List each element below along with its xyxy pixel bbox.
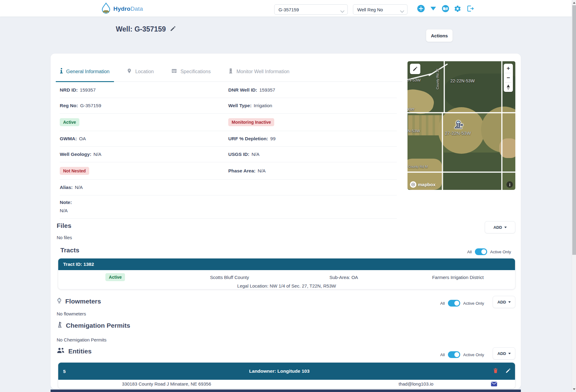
search-field-selector-value: Well Reg No (357, 7, 383, 12)
add-circle-icon[interactable] (417, 5, 425, 13)
entity-detail-row: 330183 County Road J Minatare, NE 69356 … (58, 380, 515, 389)
map-edit-button[interactable] (410, 64, 420, 74)
well-type-value: Irrigation (254, 103, 272, 108)
tract-district: Farmers Irrigation District (401, 275, 515, 280)
tab-label: General Information (66, 69, 109, 74)
top-navbar: HydroData G-357159 Well Reg No (0, 0, 576, 17)
tracts-active-only-toggle[interactable] (475, 248, 487, 255)
tab-bar: General Information Location Specificati… (56, 68, 402, 82)
scrollbar-down-arrow[interactable] (572, 387, 576, 391)
zoom-out-button[interactable]: − (504, 73, 513, 82)
map-field-patch (444, 153, 502, 190)
monitor-well-icon (228, 68, 233, 75)
tract-status-badge: Active (105, 273, 125, 281)
entity-card: 5 Landowner: Longitude 103 330183 County… (58, 362, 515, 389)
mapbox-logo[interactable]: mapbox (410, 181, 436, 188)
entity-title: Landowner: Longitude 103 (66, 368, 493, 374)
edit-well-icon[interactable] (170, 26, 176, 33)
entity-card-header: 5 Landowner: Longitude 103 (58, 363, 515, 380)
dnr-well-id-value: 159357 (259, 87, 275, 93)
field-row: NRD ID:159357 DNR Well ID:159357 (60, 82, 397, 98)
phase-area-value: N/A (258, 168, 266, 174)
phase-area-label: Phase Area: (228, 168, 256, 174)
well-detail-card: General Information Location Specificati… (51, 54, 521, 389)
tab-label: Location (135, 69, 154, 74)
map-label-township: 22-22N-53W (450, 78, 475, 83)
tab-general-information[interactable]: General Information (60, 68, 109, 81)
well-selector[interactable]: G-357159 (274, 4, 348, 15)
sign-out-icon[interactable] (466, 5, 474, 13)
map-info-button[interactable] (506, 181, 513, 188)
well-selector-value: G-357159 (279, 7, 299, 12)
map-road (407, 172, 515, 173)
urf-depletion-value: 99 (270, 136, 275, 141)
files-heading: Files (57, 222, 71, 229)
tract-sub-area: Sub-Area: OA (287, 275, 401, 280)
search-field-selector[interactable]: Well Reg No (353, 4, 407, 15)
well-location-map[interactable]: 22N-53W 22-22N-53W xter 22N-53W 27-22N-5… (407, 61, 515, 190)
globe-icon[interactable] (441, 5, 449, 13)
tab-label: Monitor Well Information (237, 69, 290, 74)
map-label-road: County Rd 22 (436, 69, 439, 89)
hydrodata-drop-icon (101, 2, 111, 16)
well-geology-value: N/A (93, 152, 101, 157)
app-root: HydroData G-357159 Well Reg No (0, 0, 576, 392)
flowmeters-add-button[interactable]: ADD (493, 296, 515, 308)
files-empty-text: No files (57, 235, 72, 240)
nrd-id-value: 159357 (80, 87, 96, 93)
brand-logo[interactable]: HydroData (101, 2, 143, 16)
scrollbar-up-arrow[interactable] (572, 1, 576, 5)
note-value: N/A (60, 208, 397, 213)
delete-entity-icon[interactable] (493, 368, 498, 375)
field-row: GWMA:OA URF % Depletion:99 (60, 131, 397, 147)
zoom-in-button[interactable]: + (504, 64, 513, 73)
caret-down-icon[interactable] (429, 5, 437, 13)
map-road (407, 112, 515, 113)
edit-entity-icon[interactable] (506, 368, 511, 375)
flowmeter-icon (57, 296, 62, 306)
reg-no-label: Reg No: (60, 103, 78, 108)
entities-active-only-toggle[interactable] (448, 351, 460, 358)
entities-add-button[interactable]: ADD (493, 347, 515, 360)
dnr-well-id-label: DNR Well ID: (228, 87, 257, 93)
compass-button[interactable] (504, 83, 513, 92)
tracts-filter-toggle-group: All Active Only (467, 248, 511, 255)
alias-label: Alias: (60, 185, 73, 190)
gear-icon[interactable] (453, 5, 462, 13)
nested-status-badge: Not Nested (60, 167, 89, 175)
tab-monitor-well-information[interactable]: Monitor Well Information (228, 68, 290, 81)
tab-specifications[interactable]: Specifications (171, 68, 211, 81)
scrollbar-thumb[interactable] (572, 5, 576, 255)
map-road (442, 112, 443, 190)
well-map-marker[interactable] (453, 119, 464, 132)
files-add-button[interactable]: ADD (485, 221, 515, 233)
entity-email: thad@long103.io (399, 381, 434, 386)
caret-down-icon (508, 353, 511, 354)
caret-down-icon (504, 227, 507, 228)
actions-button[interactable]: Actions (426, 29, 453, 42)
entity-id: 5 (63, 369, 66, 374)
entity-header-actions (493, 368, 511, 375)
add-button-label: ADD (497, 351, 506, 356)
toggle-all-label: All (467, 250, 472, 254)
brand-name: HydroData (113, 6, 143, 12)
note-label: Note: (60, 200, 395, 205)
tab-location[interactable]: Location (127, 68, 154, 81)
toggle-active-only-label: Active Only (490, 250, 511, 254)
toggle-knob (454, 301, 459, 306)
page-scrollbar[interactable] (572, 0, 576, 392)
tract-card-header: Tract ID: 1382 (58, 258, 515, 270)
add-button-label: ADD (497, 300, 506, 304)
map-road (501, 61, 502, 190)
map-zoom-controls: + − (504, 64, 513, 92)
toggle-active-only-label: Active Only (463, 352, 484, 357)
urf-depletion-label: URF % Depletion: (228, 136, 268, 141)
tract-summary-row: Active Scotts Bluff County Sub-Area: OA … (58, 273, 515, 281)
add-button-label: ADD (493, 225, 502, 230)
flowmeters-active-only-toggle[interactable] (448, 300, 460, 307)
toggle-knob (454, 352, 459, 357)
email-envelope-icon[interactable] (491, 382, 497, 387)
chevron-down-icon (400, 9, 404, 14)
chemigation-tower-icon (57, 321, 63, 330)
toggle-all-label: All (440, 301, 445, 306)
